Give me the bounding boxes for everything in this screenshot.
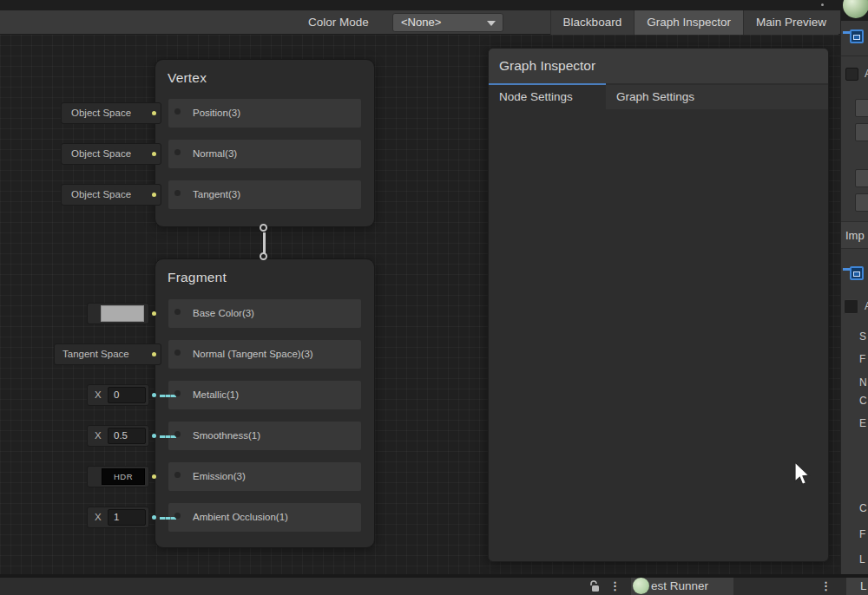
- connector-dot-icon: [152, 111, 156, 115]
- slot-label: Emission(3): [193, 462, 246, 491]
- normal-ts-slot[interactable]: Normal (Tangent Space)(3): [168, 340, 361, 369]
- space-dropdown-label: Object Space: [62, 144, 161, 164]
- connector-line: [160, 395, 176, 397]
- ao-value-input[interactable]: 1: [108, 509, 146, 526]
- clipped-label: N: [859, 376, 867, 389]
- graph-inspector-panel: Graph Inspector Node Settings Graph Sett…: [488, 48, 829, 562]
- vertex-node-title: Vertex: [168, 70, 207, 86]
- bottom-right-segment[interactable]: L: [846, 578, 868, 595]
- color-mode-value: <None>: [401, 16, 441, 29]
- shader-graph-window: Color Mode <None> Blackboard Graph Inspe…: [0, 0, 868, 595]
- connector-dot-icon: [152, 311, 156, 316]
- test-runner-tab-label: est Runner: [651, 578, 708, 595]
- clipped-label: L: [860, 578, 867, 595]
- clipped-label: F: [859, 353, 865, 365]
- window-top-strip: [0, 0, 868, 10]
- base-color-port-icon[interactable]: [174, 309, 181, 315]
- main-preview-button[interactable]: Main Preview: [743, 10, 838, 35]
- space-dropdown-label: Object Space: [62, 103, 161, 123]
- metallic-float-field[interactable]: X 0: [87, 384, 149, 406]
- metallic-value-input[interactable]: 0: [108, 387, 146, 403]
- graph-inspector-button[interactable]: Graph Inspector: [634, 10, 743, 35]
- inspector-field[interactable]: [855, 123, 868, 141]
- inspector-field[interactable]: [855, 193, 868, 212]
- inspector-tabstrip: Node Settings Graph Settings: [489, 85, 828, 109]
- ao-port-icon[interactable]: [174, 513, 181, 519]
- base-color-slot[interactable]: Base Color(3): [168, 299, 361, 328]
- connector-dot-icon: [152, 193, 156, 197]
- connector-dot-icon: [152, 434, 156, 438]
- slot-label: Smoothness(1): [193, 422, 260, 450]
- color-mode-dropdown[interactable]: <None>: [392, 13, 503, 32]
- shader-graph-toolbar: Color Mode <None> Blackboard Graph Inspe…: [0, 10, 840, 35]
- imported-object-header[interactable]: Imp: [841, 221, 868, 249]
- clipped-label: A: [865, 300, 868, 312]
- smoothness-value-input[interactable]: 0.5: [108, 428, 146, 444]
- normal-space-dropdown[interactable]: Object Space: [61, 143, 161, 165]
- emission-color-field[interactable]: HDR: [87, 466, 149, 487]
- vertex-normal-slot[interactable]: Normal(3): [168, 140, 361, 168]
- connector-dot-icon: [152, 474, 156, 479]
- clipped-label: A: [865, 68, 868, 80]
- inspector-field[interactable]: [855, 169, 868, 187]
- smoothness-slot[interactable]: Smoothness(1): [168, 422, 361, 450]
- space-dropdown-label: Object Space: [62, 185, 161, 205]
- inspector-field[interactable]: [855, 99, 868, 117]
- normal-ts-space-dropdown[interactable]: Tangent Space: [54, 343, 161, 365]
- smoothness-float-field[interactable]: X 0.5: [87, 425, 149, 447]
- unlock-icon[interactable]: [589, 580, 600, 592]
- clipped-label: C: [859, 502, 867, 514]
- tab-node-settings[interactable]: Node Settings: [489, 85, 606, 109]
- slot-label: Normal (Tangent Space)(3): [193, 340, 313, 369]
- color-mode-label: Color Mode: [308, 10, 369, 35]
- normal-port-icon[interactable]: [174, 149, 181, 155]
- position-port-icon[interactable]: [174, 108, 181, 114]
- shader-graph-asset-icon: [843, 28, 865, 49]
- inspector-checkbox[interactable]: [844, 299, 858, 314]
- clipped-label: E: [859, 417, 866, 429]
- color-swatch[interactable]: [101, 305, 144, 322]
- slot-label: Metallic(1): [193, 381, 239, 409]
- emission-slot[interactable]: Emission(3): [168, 462, 361, 491]
- connector-line: [160, 435, 176, 438]
- graph-inspector-header[interactable]: Graph Inspector: [489, 49, 828, 83]
- kebab-menu-icon[interactable]: ⋮: [609, 578, 621, 595]
- blackboard-button[interactable]: Blackboard: [550, 10, 635, 35]
- emission-port-icon[interactable]: [174, 472, 181, 478]
- tangent-space-dropdown[interactable]: Object Space: [61, 184, 161, 206]
- connector-dot-icon: [152, 393, 156, 397]
- metallic-port-icon[interactable]: [174, 390, 181, 396]
- position-space-dropdown[interactable]: Object Space: [61, 102, 161, 124]
- hdr-color-swatch[interactable]: HDR: [102, 468, 145, 485]
- mouse-cursor-icon: [792, 461, 812, 487]
- kebab-menu-icon[interactable]: ⋮: [820, 578, 832, 595]
- slot-label: Base Color(3): [193, 299, 254, 328]
- metallic-slot[interactable]: Metallic(1): [168, 381, 361, 409]
- ambient-occlusion-slot[interactable]: Ambient Occlusion(1): [168, 503, 361, 532]
- x-component-label: X: [95, 385, 102, 405]
- connector-line: [160, 517, 176, 520]
- context-connector-line: [263, 232, 266, 253]
- x-component-label: X: [95, 426, 102, 446]
- slot-label: Position(3): [193, 99, 240, 128]
- smoothness-port-icon[interactable]: [174, 431, 181, 437]
- connector-dot-icon: [152, 152, 156, 156]
- tangent-port-icon[interactable]: [174, 190, 181, 196]
- green-status-icon: [633, 578, 649, 594]
- ao-float-field[interactable]: X 1: [87, 507, 149, 528]
- inspector-checkbox[interactable]: [845, 68, 858, 81]
- vertex-tangent-slot[interactable]: Tangent(3): [168, 180, 361, 209]
- toolbar-toggle-group: Blackboard Graph Inspector Main Preview: [550, 10, 838, 35]
- shader-graph-asset-icon: [843, 265, 865, 285]
- vertex-position-slot[interactable]: Position(3): [168, 99, 361, 128]
- clipped-label: L: [859, 553, 865, 566]
- base-color-field[interactable]: [87, 303, 149, 324]
- tab-graph-settings[interactable]: Graph Settings: [606, 85, 745, 109]
- clipped-label: S: [859, 330, 866, 343]
- context-connector-top-icon: [260, 224, 267, 232]
- slot-label: Ambient Occlusion(1): [193, 503, 288, 532]
- status-dot-icon: [821, 3, 824, 6]
- normal-ts-port-icon[interactable]: [174, 350, 181, 356]
- fragment-node-title: Fragment: [168, 270, 227, 285]
- space-dropdown-label: Tangent Space: [55, 344, 161, 364]
